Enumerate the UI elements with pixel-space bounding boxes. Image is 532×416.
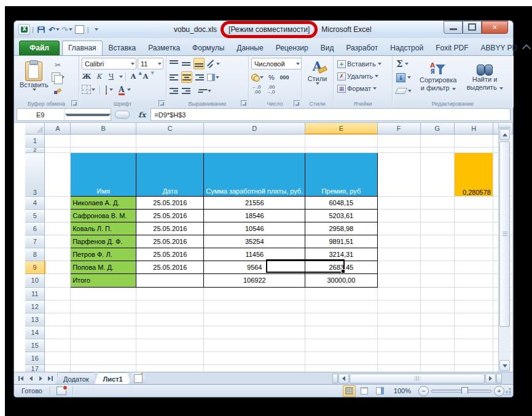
cell[interactable] xyxy=(45,313,71,326)
cell[interactable] xyxy=(420,248,455,261)
cell[interactable] xyxy=(377,287,420,300)
merge-center-button[interactable] xyxy=(207,72,219,82)
cell[interactable] xyxy=(136,339,204,351)
cell[interactable] xyxy=(455,248,493,261)
next-sheet-button[interactable] xyxy=(36,374,45,383)
tab-home[interactable]: Главная xyxy=(62,41,103,55)
table-view-button[interactable] xyxy=(74,25,85,34)
excel-logo-icon[interactable]: X xyxy=(18,24,30,35)
cell[interactable] xyxy=(136,300,204,313)
cell-salary[interactable]: 35254 xyxy=(204,235,305,248)
font-size-combo[interactable]: 11 xyxy=(138,58,163,69)
cell[interactable] xyxy=(45,147,71,152)
cell[interactable] xyxy=(45,152,71,196)
styles-button[interactable]: A Стили xyxy=(304,59,331,86)
cell[interactable] xyxy=(71,287,136,300)
cell[interactable] xyxy=(45,273,71,287)
cell-name[interactable]: Сафронова В. М. xyxy=(71,209,136,222)
tab-file[interactable]: Файл xyxy=(19,41,60,55)
column-header-f[interactable]: F xyxy=(377,123,420,134)
zoom-slider-thumb[interactable] xyxy=(461,387,468,396)
cell[interactable] xyxy=(305,326,377,339)
cell-premium[interactable]: 6048,15 xyxy=(305,196,377,209)
delete-cells-button[interactable]: ✗Удалить xyxy=(336,70,389,82)
cell[interactable] xyxy=(204,339,305,351)
paste-button[interactable]: Вставить xyxy=(17,58,52,95)
cell[interactable] xyxy=(305,287,377,300)
tab-review[interactable]: Рецензир xyxy=(270,41,315,55)
format-cells-button[interactable]: ▦Формат xyxy=(336,82,389,95)
cell[interactable] xyxy=(45,351,71,364)
cell[interactable] xyxy=(377,273,420,287)
row-header-14[interactable]: 14 xyxy=(25,326,45,339)
normal-view-button[interactable] xyxy=(343,385,356,397)
row-header-5[interactable]: 5 xyxy=(25,209,45,222)
select-all-corner[interactable] xyxy=(25,123,45,134)
close-button[interactable]: ✕ xyxy=(482,21,508,34)
vertical-split-handle[interactable] xyxy=(499,123,510,128)
scroll-right-button[interactable] xyxy=(485,374,496,383)
cell[interactable] xyxy=(204,351,305,364)
cell[interactable] xyxy=(455,273,493,287)
bold-button[interactable]: Ж xyxy=(82,71,92,82)
increase-indent-button[interactable] xyxy=(181,85,191,96)
restore-button[interactable] xyxy=(463,21,482,34)
wrap-text-button[interactable] xyxy=(198,85,211,96)
cell[interactable] xyxy=(420,235,455,248)
cell[interactable] xyxy=(45,261,71,273)
macro-record-button[interactable] xyxy=(57,387,66,395)
cell[interactable] xyxy=(377,248,420,261)
cell[interactable] xyxy=(420,209,455,222)
row-header-1[interactable]: 1 xyxy=(25,134,45,147)
cell-h3-coefficient[interactable]: 0,280578 xyxy=(455,152,493,196)
save-button[interactable] xyxy=(36,25,47,34)
scroll-up-button[interactable] xyxy=(499,129,510,140)
cell[interactable] xyxy=(455,326,493,339)
align-middle-button[interactable] xyxy=(181,58,191,69)
row-header-7[interactable]: 7 xyxy=(25,235,45,248)
cell[interactable] xyxy=(45,209,71,222)
cell[interactable] xyxy=(455,222,493,235)
fill-color-button[interactable] xyxy=(104,84,114,95)
cell[interactable] xyxy=(420,273,455,287)
copy-button[interactable] xyxy=(52,72,65,82)
cell-name[interactable]: Коваль Л. П. xyxy=(71,222,136,235)
cell[interactable] xyxy=(420,300,455,313)
cell[interactable] xyxy=(305,364,377,372)
align-right-button[interactable] xyxy=(195,72,205,82)
cell[interactable] xyxy=(420,222,455,235)
zoom-out-button[interactable]: − xyxy=(418,386,429,396)
tab-view[interactable]: Вид xyxy=(315,41,340,55)
insert-worksheet-button[interactable] xyxy=(128,372,148,385)
cell[interactable] xyxy=(71,351,136,364)
cell-total-salary[interactable]: 106922 xyxy=(204,273,305,287)
cell[interactable] xyxy=(455,134,493,147)
dialog-launcher-icon[interactable] xyxy=(294,100,300,106)
row-header-2[interactable]: 2 xyxy=(25,147,45,152)
tab-developer[interactable]: Разработ xyxy=(340,41,384,55)
cell[interactable] xyxy=(420,134,455,147)
cell[interactable] xyxy=(136,326,204,339)
horizontal-scroll-thumb[interactable] xyxy=(350,374,485,383)
column-header-e-selected[interactable]: E xyxy=(305,123,377,134)
cell-premium[interactable]: 5203,61 xyxy=(305,209,377,222)
cell[interactable] xyxy=(377,261,420,273)
first-sheet-button[interactable] xyxy=(17,374,25,383)
orientation-button[interactable] xyxy=(207,58,220,69)
row-header-15[interactable]: 15 xyxy=(25,339,45,351)
cell[interactable] xyxy=(420,196,455,209)
grow-font-button[interactable]: А▲ xyxy=(128,71,138,82)
insert-cells-button[interactable]: +Вставить xyxy=(336,58,389,70)
italic-button[interactable]: К xyxy=(94,71,104,82)
cell[interactable] xyxy=(377,313,420,326)
accounting-format-button[interactable] xyxy=(251,72,264,82)
cell[interactable] xyxy=(377,326,420,339)
cell-date[interactable]: 25.05.2016 xyxy=(136,248,204,261)
column-header-g[interactable]: G xyxy=(420,123,455,134)
cell-name[interactable]: Николаев А. Д. xyxy=(71,196,136,209)
cell[interactable] xyxy=(455,147,493,152)
cell[interactable] xyxy=(136,313,204,326)
percent-button[interactable]: % xyxy=(267,72,276,82)
cell[interactable] xyxy=(377,222,420,235)
cell[interactable] xyxy=(455,351,493,364)
